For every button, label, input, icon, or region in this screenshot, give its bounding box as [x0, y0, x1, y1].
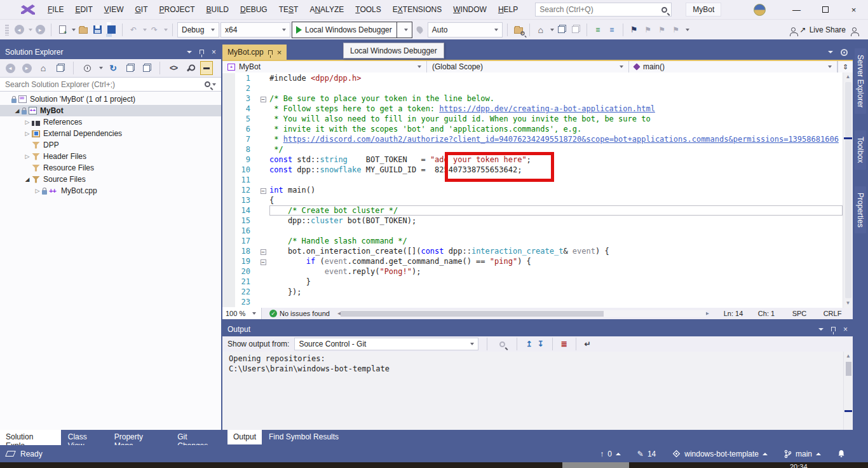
undo-button[interactable]: ↶ — [127, 22, 140, 38]
scroll-up-icon[interactable]: ▲ — [846, 72, 851, 81]
solution-configuration-dropdown[interactable]: Debug — [177, 22, 219, 38]
close-pane-icon[interactable]: × — [212, 48, 216, 57]
breakpoint-margin[interactable] — [222, 195, 235, 205]
navigate-back-button[interactable]: ◂ — [13, 22, 25, 38]
bookmark-overflow-icon[interactable] — [686, 29, 689, 31]
code-line-16[interactable]: 16 — [222, 226, 843, 236]
code-text[interactable]: /* Handle slash command */ — [269, 236, 843, 246]
filter-dropdown-icon[interactable] — [99, 67, 103, 69]
code-text[interactable]: * You will also need to fill in your gui… — [269, 114, 843, 124]
menu-tools[interactable]: TOOLS — [349, 3, 387, 17]
toolbar-overflow-icon[interactable] — [550, 29, 554, 31]
line-ending-indicator[interactable]: CRLF — [816, 310, 849, 317]
document-tab-mybot-cpp[interactable]: MyBot.cpp × — [222, 45, 287, 60]
output-close-icon[interactable]: × — [843, 325, 848, 334]
save-all-button[interactable] — [105, 22, 118, 38]
menu-edit[interactable]: EDIT — [69, 3, 98, 17]
preview-selected-items-toggle[interactable] — [200, 61, 213, 75]
solution-explorer-search-box[interactable] — [0, 77, 221, 92]
line-indicator[interactable]: Ln: 14 — [717, 310, 750, 317]
expand-arrow-icon[interactable]: ▷ — [23, 130, 32, 137]
editor-horizontal-scrollbar[interactable]: ◀ ▶ — [337, 309, 709, 318]
menu-git[interactable]: GIT — [129, 3, 153, 17]
word-wrap-icon[interactable]: ↵ — [585, 340, 591, 348]
member-dropdown[interactable]: main() — [629, 61, 837, 72]
code-line-23[interactable]: 23 — [222, 297, 843, 307]
tab-close-icon[interactable]: × — [277, 48, 282, 57]
code-text[interactable]: #include <dpp/dpp.h> — [269, 73, 843, 83]
tree-item-external-dependencies[interactable]: ▷External Dependencies — [0, 128, 221, 139]
breakpoint-margin[interactable] — [222, 256, 235, 266]
pending-changes-filter-button[interactable] — [81, 61, 93, 75]
user-avatar[interactable] — [754, 4, 766, 16]
next-bookmark-button[interactable]: ⚑ — [656, 22, 668, 38]
search-input[interactable] — [539, 5, 661, 14]
scroll-right-icon[interactable]: ▶ — [706, 309, 709, 318]
minimize-button[interactable]: — — [782, 0, 811, 19]
collapse-region-icon[interactable]: − — [261, 259, 266, 265]
scope-dropdown[interactable]: (Global Scope) — [427, 61, 629, 72]
new-project-dropdown-icon[interactable] — [72, 29, 76, 31]
code-text[interactable]: bot.on_interaction_create([](const dpp::… — [269, 246, 843, 256]
scroll-down-icon[interactable]: ▼ — [846, 299, 851, 308]
output-pin-icon[interactable] — [831, 327, 836, 331]
breakpoint-margin[interactable] — [222, 205, 235, 216]
redo-dropdown-icon[interactable] — [164, 29, 168, 31]
breakpoint-margin[interactable] — [222, 287, 235, 297]
navigate-forward-button[interactable]: ▸ — [34, 22, 46, 38]
se-search-input[interactable] — [5, 80, 205, 89]
menu-window[interactable]: WINDOW — [447, 3, 492, 17]
breakpoint-margin[interactable] — [222, 93, 235, 104]
tree-item-references[interactable]: ▷References — [0, 116, 221, 128]
code-line-19[interactable]: 19− if (event.command.get_command_name()… — [222, 256, 843, 266]
side-tab-server-explorer[interactable]: Server Explorer — [855, 48, 866, 114]
code-line-7[interactable]: 7 * https://discord.com/oauth2/authorize… — [222, 134, 843, 144]
breakpoint-margin[interactable] — [222, 175, 235, 185]
menu-view[interactable]: VIEW — [98, 3, 130, 17]
document-list-dropdown-icon[interactable] — [828, 51, 833, 53]
bookmark-button[interactable]: ⚑ — [628, 22, 641, 38]
issues-label[interactable]: No issues found — [280, 310, 330, 317]
code-text[interactable]: const dpp::snowflake MY_GUILD_ID = 82540… — [269, 165, 843, 175]
collapse-region-icon[interactable]: − — [261, 188, 266, 194]
breakpoint-margin[interactable] — [222, 297, 235, 307]
close-button[interactable]: × — [839, 0, 868, 19]
code-line-21[interactable]: 21 } — [222, 277, 843, 287]
repository-picker[interactable]: windows-bot-template — [672, 450, 768, 458]
code-line-17[interactable]: 17 /* Handle slash command */ — [222, 236, 843, 246]
se-back-button[interactable]: ◂ — [4, 61, 17, 75]
expand-arrow-icon[interactable]: ▷ — [23, 119, 32, 125]
output-source-dropdown[interactable]: Source Control - Git — [294, 338, 478, 350]
output-log[interactable]: Opening repositories:C:\Users\brain\wind… — [222, 352, 853, 430]
tree-item-mybot[interactable]: ◢++MyBot — [0, 105, 221, 116]
fold-margin[interactable]: − — [257, 246, 269, 256]
start-debugging-button[interactable]: Local Windows Debugger — [292, 22, 412, 38]
breakpoint-margin[interactable] — [222, 266, 235, 277]
fold-margin[interactable]: − — [257, 93, 269, 104]
unsaved-edits-indicator[interactable]: ✎ 14 — [637, 450, 656, 458]
menu-analyze[interactable]: ANALYZE — [304, 3, 349, 17]
code-line-14[interactable]: 14 /* Create bot cluster */ — [222, 205, 843, 216]
breakpoint-margin[interactable] — [222, 246, 235, 256]
menu-test[interactable]: TEST — [273, 3, 304, 17]
outgoing-commits-button[interactable]: ↑ 0 — [600, 450, 621, 458]
code-editor[interactable]: 1#include <dpp/dpp.h>23−/* Be sure to pl… — [222, 72, 853, 308]
window-position-dropdown-icon[interactable] — [187, 51, 192, 53]
tree-item-resource-files[interactable]: Resource Files — [0, 162, 221, 174]
hot-reload-icon[interactable] — [414, 22, 426, 38]
menu-help[interactable]: HELP — [492, 3, 524, 17]
breakpoint-margin[interactable] — [222, 83, 235, 93]
solution-badge[interactable]: MyBot — [686, 3, 721, 17]
copy-item-button[interactable] — [569, 22, 582, 38]
code-line-4[interactable]: 4 * Follow steps here to get a token: ht… — [222, 104, 843, 114]
zoom-dropdown[interactable]: 100 % — [222, 308, 262, 319]
breakpoint-margin[interactable] — [222, 236, 235, 246]
breakpoint-margin[interactable] — [222, 114, 235, 124]
code-text[interactable]: int main() — [269, 185, 843, 195]
collapse-all-button[interactable] — [123, 61, 136, 75]
menu-build[interactable]: BUILD — [201, 3, 234, 17]
breakpoint-margin[interactable] — [222, 165, 235, 175]
code-text[interactable]: { — [269, 195, 843, 205]
code-line-3[interactable]: 3−/* Be sure to place your token in the … — [222, 93, 843, 104]
editor-vertical-scrollbar[interactable]: ▲ ▼ — [843, 72, 853, 308]
